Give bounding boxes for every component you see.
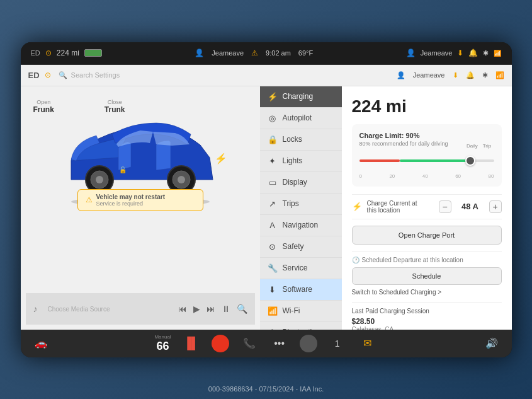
temp-display: 69°F: [298, 49, 313, 57]
search-media-icon[interactable]: 🔍: [237, 304, 247, 314]
mileage-display: 224 mi: [57, 49, 79, 57]
media-source-label[interactable]: Choose Media Source: [48, 306, 110, 313]
camera-icon[interactable]: [300, 335, 317, 352]
taskbar: 🚗 Manual 66 ▐▌ 📞 ••• 1 ✉ 🔊: [21, 330, 512, 357]
status-left: ED ⊙ 224 mi: [31, 49, 102, 57]
volume-icon[interactable]: 🔊: [482, 333, 502, 354]
settings-item-wifi[interactable]: 📶 Wi-Fi: [260, 301, 342, 322]
scheduled-title: 🕐 Scheduled Departure at this location: [352, 257, 502, 263]
time-display: 9:02 am: [266, 49, 291, 57]
next-icon[interactable]: ⏭: [207, 304, 215, 314]
car-visualization: ⚡ 🔓 ⚠ Vehicle may not restart Service is…: [52, 104, 229, 211]
nav-download-icon: ⬇: [453, 71, 458, 79]
service-label: Service: [283, 263, 308, 272]
status-user-right: Jeameave: [421, 49, 453, 57]
settings-item-software[interactable]: ⬇ Software: [260, 279, 342, 301]
user-icon-right: 👤: [406, 49, 416, 57]
warning-icon: ⚠: [86, 195, 93, 204]
last-paid-title: Last Paid Charging Session: [352, 308, 502, 315]
left-panel: Open Frunk Close Trunk: [21, 86, 260, 330]
play-icon[interactable]: ▶: [193, 304, 200, 314]
settings-menu: ⚡ Charging ◎ Autopilot 🔒 Locks ✦ Lights: [260, 86, 342, 330]
svg-point-3: [96, 176, 103, 183]
search-placeholder: Search Settings: [71, 71, 120, 79]
warning-box: ⚠ Vehicle may not restart Service is req…: [77, 189, 203, 211]
app-circle-icon[interactable]: [212, 335, 229, 352]
header-user: Jeameave: [212, 49, 244, 57]
person-icon: 👤: [195, 49, 204, 57]
bars-icon[interactable]: ▐▌: [181, 333, 201, 354]
svg-text:🔓: 🔓: [119, 166, 127, 174]
phone-icon[interactable]: 📞: [239, 333, 259, 354]
settings-item-safety[interactable]: ⊙ Safety: [260, 236, 342, 258]
open-charge-port-btn[interactable]: Open Charge Port: [352, 226, 502, 245]
mail-icon[interactable]: ✉: [358, 333, 378, 354]
display-icon: ▭: [268, 178, 278, 187]
download-icon: ⬇: [457, 49, 463, 57]
slider-0: 0: [359, 173, 362, 179]
switch-link[interactable]: Switch to Scheduled Charging >: [352, 289, 502, 296]
software-label: Software: [283, 285, 312, 294]
settings-item-locks[interactable]: 🔒 Locks: [260, 129, 342, 151]
status-center: 👤 Jeameave ⚠ 9:02 am 69°F: [195, 49, 313, 57]
safety-label: Safety: [283, 242, 304, 251]
trips-icon: ↗: [268, 199, 278, 209]
ed-icon: ED: [31, 49, 40, 57]
software-icon: ⬇: [268, 285, 278, 294]
eq-icon[interactable]: ⏸: [222, 304, 230, 314]
music-note-icon: ♪: [33, 304, 38, 314]
media-bar: ♪ Choose Media Source ⏮ ▶ ⏭ ⏸ 🔍: [26, 293, 255, 325]
slider-green: [400, 159, 474, 162]
speed-display: Manual 66: [154, 334, 171, 353]
charging-menu-icon: ⚡: [268, 92, 278, 101]
search-box[interactable]: 🔍 Search Settings: [59, 71, 216, 79]
charge-increase-btn[interactable]: +: [489, 200, 502, 213]
nav-left: ED ⊙: [28, 71, 51, 80]
svg-point-6: [178, 176, 185, 183]
settings-item-autopilot[interactable]: ◎ Autopilot: [260, 108, 342, 129]
lights-icon: ✦: [268, 156, 278, 166]
car-taskbar-icon[interactable]: 🚗: [31, 333, 51, 354]
dots-icon[interactable]: •••: [269, 333, 290, 354]
charge-limit-title: Charge Limit: 90%: [359, 132, 494, 139]
status-right: 👤 Jeameave ⬇ 🔔 ✱ 📶: [406, 49, 502, 57]
charge-decrease-btn[interactable]: −: [439, 200, 451, 213]
nav-signal-icon: 📶: [495, 71, 504, 79]
settings-item-bluetooth[interactable]: ✱ Bluetooth: [260, 322, 342, 330]
ed-logo: ED: [28, 71, 40, 80]
lights-label: Lights: [283, 156, 303, 165]
prev-icon[interactable]: ⏮: [178, 304, 187, 314]
calendar-icon[interactable]: 1: [327, 333, 348, 354]
charge-current-value: 48 A: [458, 202, 483, 211]
battery-indicator: [84, 49, 102, 57]
frunk-label[interactable]: Open Frunk: [33, 99, 54, 114]
schedule-btn[interactable]: Schedule: [352, 267, 502, 285]
status-bar: ED ⊙ 224 mi 👤 Jeameave ⚠ 9:02 am 69°F 👤 …: [21, 42, 512, 65]
charging-menu-label: Charging: [283, 92, 314, 101]
settings-item-display[interactable]: ▭ Display: [260, 172, 342, 194]
warning-sub: Service is required: [96, 200, 166, 207]
settings-item-navigation[interactable]: A Navigation: [260, 215, 342, 236]
settings-item-charging[interactable]: ⚡ Charging: [260, 86, 342, 108]
search-icon: 🔍: [59, 71, 67, 79]
svg-text:⚡: ⚡: [215, 153, 227, 165]
signal-icon: 📶: [494, 50, 501, 57]
wifi-label: Wi-Fi: [283, 306, 300, 315]
display-label: Display: [283, 178, 307, 187]
navigation-icon: A: [268, 221, 278, 230]
charge-current-row: ⚡ Charge Current at this location − 48 A…: [352, 194, 502, 219]
settings-item-service[interactable]: 🔧 Service: [260, 258, 342, 279]
charge-slider[interactable]: Daily Trip: [359, 152, 494, 170]
autopilot-label: Autopilot: [283, 113, 312, 122]
main-screen: ED ⊙ 224 mi 👤 Jeameave ⚠ 9:02 am 69°F 👤 …: [21, 42, 512, 357]
settings-item-trips[interactable]: ↗ Trips: [260, 194, 342, 215]
settings-item-lights[interactable]: ✦ Lights: [260, 151, 342, 172]
bluetooth-icon: ✱: [483, 49, 489, 57]
alert-icon: ⚠: [251, 49, 258, 57]
nav-bell-icon: 🔔: [466, 71, 475, 79]
scheduled-label: Scheduled Departure at this location: [362, 257, 463, 263]
last-paid-section: Last Paid Charging Session $28.50 Calaba…: [352, 302, 502, 330]
slider-40: 40: [422, 173, 428, 179]
slider-80: 80: [489, 173, 494, 179]
slider-thumb[interactable]: [465, 156, 475, 166]
